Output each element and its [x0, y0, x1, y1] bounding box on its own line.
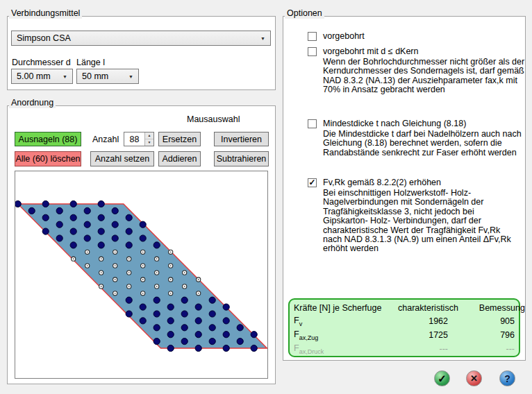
subtrahieren-button[interactable]: Subtrahieren	[214, 151, 269, 166]
vorgebohrt-dkern-checkbox[interactable]	[308, 47, 317, 56]
nail-dot[interactable]	[42, 228, 49, 234]
table-header-row: Kräfte [N] je Scherfuge charakteristisch…	[294, 302, 515, 314]
nail-dot[interactable]	[42, 214, 49, 221]
nail-dot[interactable]	[70, 200, 76, 207]
nail-dot[interactable]	[98, 214, 104, 221]
nail-dot[interactable]	[84, 207, 90, 214]
nail-dot[interactable]	[181, 325, 188, 331]
option-fvrk-erhoehen: ✓ Fv,Rk gemäß 8.2.2(2) erhöhen Bei einsc…	[308, 178, 519, 254]
close-icon: ✕	[470, 373, 478, 384]
nail-dot[interactable]	[126, 311, 132, 317]
nail-dot[interactable]	[223, 318, 229, 324]
length-select[interactable]: 50 mm ▼	[76, 69, 139, 84]
nail-dot[interactable]	[70, 242, 76, 248]
nail-dot[interactable]	[153, 242, 160, 248]
spinner-up-icon[interactable]: ▲	[145, 132, 153, 139]
nail-dot[interactable]	[140, 221, 146, 228]
nail-dot[interactable]	[126, 297, 132, 303]
nail-dot[interactable]	[237, 339, 243, 345]
fv-char-value: 1962	[398, 316, 448, 326]
nail-dot[interactable]	[126, 228, 132, 234]
nail-dot[interactable]	[112, 235, 118, 241]
nail-dot[interactable]	[84, 221, 90, 228]
nail-dot[interactable]	[153, 325, 160, 331]
nail-dot[interactable]	[195, 332, 201, 338]
vorgebohrt-checkbox[interactable]	[308, 32, 317, 41]
stepper-buttons: ▲ ▼	[144, 132, 153, 146]
fax-zug-bem-value: 796	[448, 330, 515, 340]
addieren-button[interactable]: Addieren	[158, 151, 201, 166]
nail-dot[interactable]	[140, 235, 146, 241]
nail-dot[interactable]	[195, 318, 201, 324]
chevron-down-icon: ▼	[260, 36, 265, 41]
alle-loeschen-button[interactable]: Alle (60) löschen	[15, 151, 81, 166]
help-button[interactable]: ?	[499, 370, 515, 386]
nail-dot[interactable]	[56, 207, 63, 214]
nail-dot[interactable]	[98, 228, 104, 234]
chevron-down-icon: ▼	[128, 74, 133, 79]
ausnageln-button[interactable]: Ausnageln (88)	[15, 132, 81, 146]
nail-dot[interactable]	[223, 332, 229, 338]
nail-plot[interactable]	[15, 171, 267, 378]
anzahl-stepper[interactable]: 88 ▲ ▼	[124, 132, 154, 146]
nail-dot[interactable]	[56, 221, 63, 228]
nail-dot[interactable]	[42, 200, 49, 207]
empty-position-center	[198, 293, 199, 294]
ok-button[interactable]: ✓	[434, 370, 450, 386]
cancel-button[interactable]: ✕	[466, 370, 482, 386]
chevron-down-icon: ▼	[63, 74, 67, 79]
fastener-type-select[interactable]: Simpson CSA ▼	[11, 31, 271, 46]
diameter-select[interactable]: 5.00 mm ▼	[11, 69, 73, 84]
fvrk-checkbox[interactable]: ✓	[308, 178, 317, 187]
nail-dot[interactable]	[70, 228, 76, 234]
option-vorgebohrt-dkern: vorgebohrt mit d ≤ dKern Wenn der Bohrlo…	[308, 46, 519, 95]
nail-dot[interactable]	[126, 242, 132, 248]
nail-dot[interactable]	[181, 297, 188, 303]
nail-dot[interactable]	[209, 325, 215, 331]
option-description: Die Mindestdicke t darf bei Nadelhölzern…	[323, 130, 531, 157]
nail-dot[interactable]	[195, 304, 201, 310]
spinner-down-icon[interactable]: ▼	[145, 139, 153, 146]
nail-dot[interactable]	[167, 318, 174, 324]
length-value: 50 mm	[82, 71, 108, 81]
nail-dot[interactable]	[15, 200, 21, 207]
nail-dot[interactable]	[140, 318, 146, 324]
nail-dot[interactable]	[195, 345, 201, 351]
nail-dot[interactable]	[112, 221, 118, 228]
nail-dot[interactable]	[167, 332, 174, 338]
anzahl-setzen-button[interactable]: Anzahl setzen	[90, 151, 154, 166]
nail-layout-canvas[interactable]	[15, 171, 268, 379]
nail-dot[interactable]	[56, 235, 63, 241]
charakteristisch-header: charakteristisch	[398, 303, 458, 313]
nail-dot[interactable]	[140, 304, 146, 310]
nail-dot[interactable]	[223, 304, 229, 310]
nail-dot[interactable]	[251, 332, 257, 338]
empty-position-center	[128, 258, 130, 259]
nail-dot[interactable]	[209, 339, 215, 345]
nail-dot[interactable]	[223, 345, 229, 351]
nail-dot[interactable]	[153, 311, 160, 317]
nail-dot[interactable]	[181, 339, 188, 345]
ersetzen-button[interactable]: Ersetzen	[158, 132, 201, 146]
nail-dot[interactable]	[209, 297, 215, 303]
nail-dot[interactable]	[153, 339, 160, 345]
nail-dot[interactable]	[98, 242, 104, 248]
nail-dot[interactable]	[251, 345, 257, 351]
nail-dot[interactable]	[167, 345, 174, 351]
nail-dot[interactable]	[70, 214, 76, 221]
nail-dot[interactable]	[237, 325, 243, 331]
nail-dot[interactable]	[153, 297, 160, 303]
nail-dot[interactable]	[126, 214, 132, 221]
invertieren-button[interactable]: Invertieren	[214, 132, 269, 146]
empty-position-center	[170, 265, 172, 266]
nail-dot[interactable]	[209, 311, 215, 317]
mindestdicke-checkbox[interactable]	[308, 119, 317, 128]
nail-dot[interactable]	[98, 200, 104, 207]
question-icon: ?	[504, 373, 510, 384]
nail-dot[interactable]	[84, 235, 90, 241]
row-symbol: F	[294, 329, 299, 339]
nail-dot[interactable]	[181, 311, 188, 317]
nail-dot[interactable]	[28, 207, 35, 214]
nail-dot[interactable]	[167, 304, 174, 310]
nail-dot[interactable]	[112, 207, 118, 214]
